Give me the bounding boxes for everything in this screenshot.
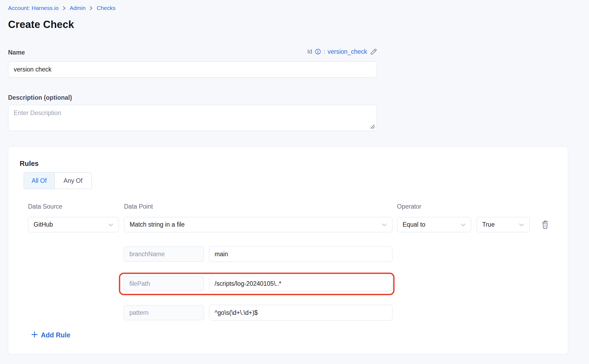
chevron-down-icon (108, 221, 114, 228)
operator-bool-select[interactable]: True (477, 217, 530, 232)
name-input[interactable] (8, 61, 377, 77)
chevron-right-icon (62, 6, 66, 11)
toggle-all-of[interactable]: All Of (24, 173, 55, 189)
id-label: Id (307, 48, 312, 55)
data-point-select[interactable]: Match string in a file (124, 217, 392, 232)
chevron-down-icon (460, 221, 466, 228)
page-title: Create Check (8, 19, 74, 30)
plus-icon (31, 331, 38, 339)
data-point-label: Data Point (124, 203, 153, 210)
param-input-pattern[interactable] (209, 305, 392, 320)
id-colon: : (324, 48, 325, 55)
delete-rule-button[interactable] (539, 218, 552, 231)
chevron-down-icon (381, 221, 387, 228)
toggle-any-of[interactable]: Any Of (55, 173, 91, 189)
chevron-right-icon (89, 6, 93, 11)
operator-bool-value: True (482, 221, 495, 228)
breadcrumb-admin-link[interactable]: Admin (70, 5, 86, 11)
id-row: Id : version_check (293, 48, 377, 55)
operator-value: Equal to (403, 221, 425, 228)
rules-condition-toggle: All Of Any Of (24, 172, 92, 189)
add-rule-button[interactable]: Add Rule (31, 331, 70, 339)
trash-icon (541, 219, 550, 230)
param-input-filepath[interactable] (209, 276, 392, 291)
rules-heading: Rules (20, 159, 39, 168)
info-icon[interactable] (315, 48, 321, 55)
breadcrumb-checks-link[interactable]: Checks (97, 5, 115, 11)
operator-label: Operator (397, 203, 421, 210)
rules-card: Rules All Of Any Of Data Source Data Poi… (8, 147, 568, 354)
param-key-branchname: branchName (124, 247, 204, 262)
data-source-label: Data Source (28, 203, 62, 210)
param-key-filepath: filePath (124, 276, 204, 291)
breadcrumb-account-link[interactable]: Account: Harness.io (8, 5, 59, 11)
id-value-link[interactable]: version_check (328, 48, 367, 55)
name-label: Name (8, 49, 25, 56)
add-rule-label: Add Rule (41, 331, 70, 339)
param-input-branchname[interactable] (209, 246, 392, 262)
description-label: Description (optional) (8, 94, 72, 101)
data-source-value: GitHub (34, 221, 53, 228)
operator-select[interactable]: Equal to (397, 217, 471, 232)
pencil-icon[interactable] (370, 48, 377, 55)
param-key-pattern: pattern (124, 305, 204, 320)
description-textarea[interactable] (8, 105, 377, 131)
data-source-select[interactable]: GitHub (28, 217, 119, 232)
chevron-down-icon (519, 221, 524, 228)
data-point-value: Match string in a file (130, 221, 185, 228)
breadcrumb: Account: Harness.io Admin Checks (8, 4, 116, 12)
